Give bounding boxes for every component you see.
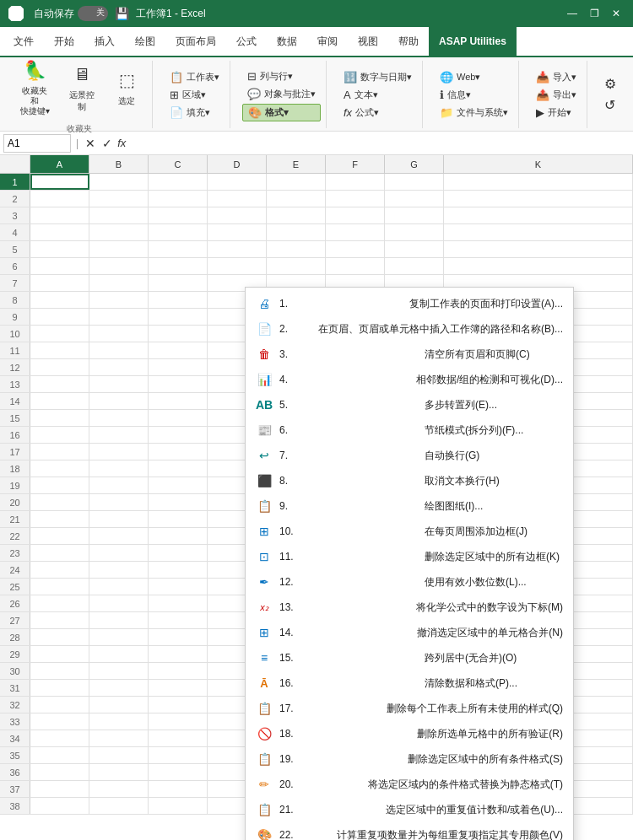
cols-rows-dropdown[interactable]: ⊟ 列与行▾	[242, 68, 321, 84]
cell-b22[interactable]	[89, 528, 149, 544]
cell-c32[interactable]	[149, 697, 208, 713]
cell-b14[interactable]	[89, 393, 149, 409]
cell-b24[interactable]	[89, 562, 149, 578]
row-num-35[interactable]: 35	[0, 747, 30, 763]
cell-d2[interactable]	[208, 191, 267, 207]
format-dropdown[interactable]: 🎨 格式▾	[242, 104, 321, 121]
cell-a37[interactable]	[30, 781, 89, 797]
tab-formulas[interactable]: 公式	[226, 27, 267, 56]
row-num-10[interactable]: 10	[0, 326, 30, 342]
menu-item-19[interactable]: 📋 19. 删除选定区域中的所有条件格式(S)	[246, 746, 573, 772]
row-num-22[interactable]: 22	[0, 528, 30, 544]
cell-a23[interactable]	[30, 545, 89, 561]
menu-item-5[interactable]: AB 5. 多步转置列(E)...	[246, 392, 573, 417]
cell-k4[interactable]	[444, 224, 633, 240]
cell-a14[interactable]	[30, 393, 89, 409]
cell-b7[interactable]	[89, 275, 149, 291]
cell-d5[interactable]	[208, 241, 267, 257]
row-num-17[interactable]: 17	[0, 444, 30, 460]
menu-item-20[interactable]: ✏ 20. 将选定区域内的条件格式替换为静态格式(T)	[246, 772, 573, 797]
cell-b28[interactable]	[89, 629, 149, 645]
tab-draw[interactable]: 绘图	[125, 27, 165, 56]
region-dropdown[interactable]: ⊞ 区域▾	[165, 87, 225, 103]
col-header-g[interactable]: G	[385, 155, 444, 173]
menu-item-17[interactable]: 📋 17. 删除每个工作表上所有未使用的样式(Q)	[246, 696, 573, 721]
cell-g5[interactable]	[385, 241, 444, 257]
cell-b1[interactable]	[89, 174, 149, 190]
row-num-1[interactable]: 1	[0, 174, 30, 190]
cell-f6[interactable]	[326, 258, 385, 274]
cell-c17[interactable]	[149, 444, 208, 460]
row-num-12[interactable]: 12	[0, 359, 30, 375]
cell-c9[interactable]	[149, 309, 208, 325]
cell-b4[interactable]	[89, 224, 149, 240]
tab-file[interactable]: 文件	[3, 27, 44, 56]
menu-item-7[interactable]: ↩ 7. 自动换行(G)	[246, 443, 573, 468]
cell-f5[interactable]	[326, 241, 385, 257]
row-num-23[interactable]: 23	[0, 545, 30, 561]
cell-a6[interactable]	[30, 258, 89, 274]
row-num-24[interactable]: 24	[0, 562, 30, 578]
cell-c27[interactable]	[149, 612, 208, 628]
cell-b33[interactable]	[89, 713, 149, 730]
cell-c19[interactable]	[149, 477, 208, 493]
fill-dropdown[interactable]: 📄 填充▾	[165, 105, 225, 121]
cell-c28[interactable]	[149, 629, 208, 645]
menu-item-10[interactable]: ⊞ 10. 在每页周围添加边框(J)	[246, 519, 573, 544]
cell-b17[interactable]	[89, 444, 149, 460]
cell-b19[interactable]	[89, 477, 149, 493]
cell-a22[interactable]	[30, 528, 89, 544]
cell-c12[interactable]	[149, 359, 208, 375]
cell-g2[interactable]	[385, 191, 444, 207]
cell-b31[interactable]	[89, 680, 149, 696]
row-num-6[interactable]: 6	[0, 258, 30, 274]
cancel-icon[interactable]: ✕	[84, 137, 97, 150]
cell-b30[interactable]	[89, 663, 149, 679]
cell-a9[interactable]	[30, 309, 89, 325]
col-header-f[interactable]: F	[326, 155, 385, 173]
web-dropdown[interactable]: 🌐 Web▾	[435, 69, 513, 85]
cell-c34[interactable]	[149, 730, 208, 746]
cell-g1[interactable]	[385, 174, 444, 190]
cell-a10[interactable]	[30, 326, 89, 342]
tab-view[interactable]: 视图	[348, 27, 388, 56]
cell-c15[interactable]	[149, 410, 208, 426]
cell-e4[interactable]	[267, 224, 326, 240]
cell-a25[interactable]	[30, 579, 89, 595]
restore-button[interactable]: ❐	[586, 5, 603, 22]
row-num-19[interactable]: 19	[0, 477, 30, 493]
cell-c25[interactable]	[149, 579, 208, 595]
row-num-25[interactable]: 25	[0, 579, 30, 595]
cell-b6[interactable]	[89, 258, 149, 274]
menu-item-21[interactable]: 📋 21. 选定区域中的重复值计数和/或着色(U)...	[246, 797, 573, 822]
cell-a31[interactable]	[30, 680, 89, 696]
cell-g3[interactable]	[385, 207, 444, 223]
cell-a20[interactable]	[30, 494, 89, 510]
row-num-36[interactable]: 36	[0, 764, 30, 780]
menu-item-12[interactable]: ✒ 12. 使用有效小数位数(L)...	[246, 569, 573, 595]
cell-a21[interactable]	[30, 511, 89, 527]
row-num-26[interactable]: 26	[0, 595, 30, 611]
cell-a11[interactable]	[30, 342, 89, 358]
menu-item-8[interactable]: ⬛ 8. 取消文本换行(H)	[246, 468, 573, 493]
cell-c8[interactable]	[149, 292, 208, 308]
cell-a34[interactable]	[30, 730, 89, 746]
fx-icon[interactable]: fx	[117, 137, 126, 149]
cell-a29[interactable]	[30, 646, 89, 662]
menu-item-11[interactable]: ⊡ 11. 删除选定区域中的所有边框(K)	[246, 544, 573, 569]
cell-a13[interactable]	[30, 376, 89, 392]
cell-b15[interactable]	[89, 410, 149, 426]
row-num-7[interactable]: 7	[0, 275, 30, 291]
row-num-32[interactable]: 32	[0, 697, 30, 713]
row-num-3[interactable]: 3	[0, 207, 30, 223]
cell-c35[interactable]	[149, 747, 208, 763]
cell-c11[interactable]	[149, 342, 208, 358]
cell-c37[interactable]	[149, 781, 208, 797]
row-num-2[interactable]: 2	[0, 191, 30, 207]
menu-item-9[interactable]: 📋 9. 绘图图纸(I)...	[246, 493, 573, 519]
menu-item-18[interactable]: 🚫 18. 删除所选单元格中的所有验证(R)	[246, 721, 573, 746]
cell-b20[interactable]	[89, 494, 149, 510]
tab-help[interactable]: 帮助	[388, 27, 429, 56]
autosave-toggle[interactable]	[78, 6, 108, 21]
row-num-37[interactable]: 37	[0, 781, 30, 797]
